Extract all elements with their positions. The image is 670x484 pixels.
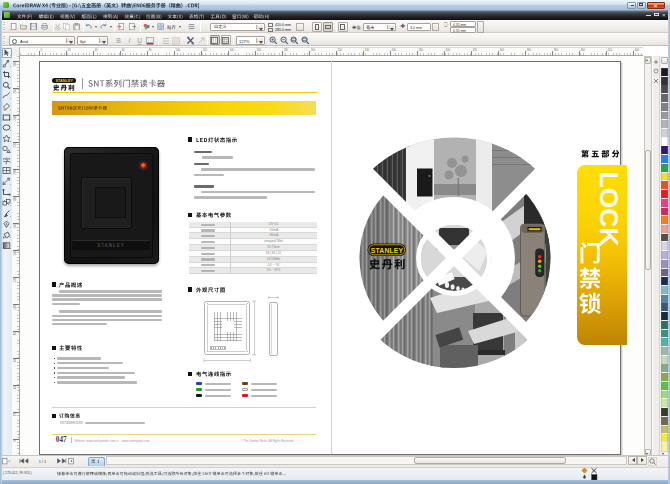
svg-text:1 / 1: 1 / 1 <box>39 460 46 464</box>
